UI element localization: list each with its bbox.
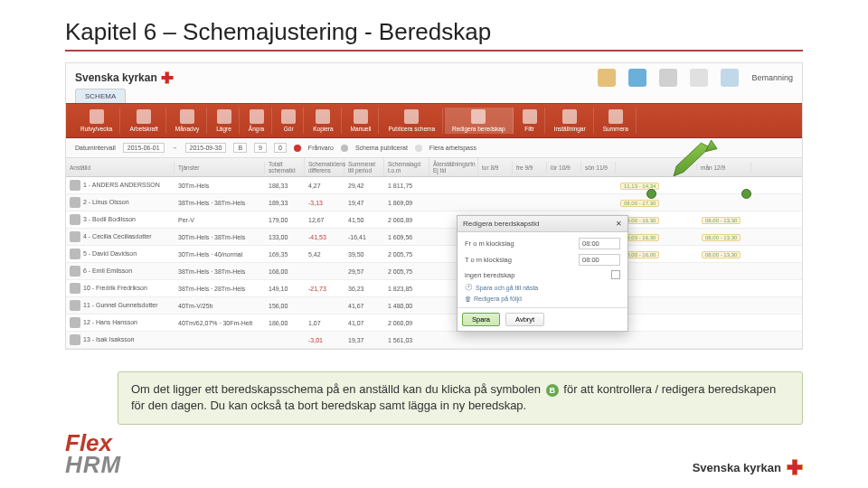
cross-icon <box>787 459 803 475</box>
dialog-title: Redigera beredskapstid <box>463 220 540 228</box>
ribbon-rutvy/vecka[interactable]: Rutvy/vecka <box>73 108 120 134</box>
home-icon[interactable] <box>598 69 616 87</box>
avatar-icon <box>70 334 80 345</box>
avatar-icon <box>70 266 80 277</box>
avatar-icon <box>70 300 80 311</box>
to-time-input[interactable]: 08:00 <box>579 254 620 266</box>
ribbon-ångra[interactable]: Ångra <box>241 108 272 134</box>
table-row[interactable]: 11 - Gunnel Gunnelsdotter40Tm-V/25h156,0… <box>66 297 802 314</box>
avatar-icon <box>70 283 80 294</box>
settings-icon[interactable] <box>721 69 739 87</box>
table-row[interactable]: 5 - David Davidson30Tm-Hels · 40/normal1… <box>66 246 802 263</box>
callout-box: Om det ligger ett beredskapsschema på en… <box>118 371 803 424</box>
date-from-input[interactable]: 2015-06-01 <box>123 143 165 153</box>
avatar-icon <box>70 180 80 191</box>
annotation-arrow-icon <box>660 140 723 176</box>
ribbon-månadvy[interactable]: Månadvy <box>168 108 207 134</box>
ribbon-inställningar[interactable]: Inställningar <box>547 108 594 134</box>
ribbon-kopiera[interactable]: Kopiera <box>306 108 341 134</box>
ribbon-filtr[interactable]: Filtr <box>515 108 545 134</box>
close-icon[interactable]: ✕ <box>616 220 622 228</box>
ribbon-lägre[interactable]: Lägre <box>209 108 240 134</box>
cancel-button[interactable]: Avbryt <box>505 313 544 326</box>
beredskap-pill-right-icon[interactable] <box>741 189 751 199</box>
ribbon-arbetskraft[interactable]: Arbetskraft <box>122 108 165 134</box>
avatar-icon <box>70 214 80 225</box>
table-row[interactable]: 12 - Hans Hansson40Tm/62,07% · 30Fm-Helt… <box>66 314 802 332</box>
table-body: 1 - ANDERS ANDERSSON30Tm-Hels188,334,272… <box>66 177 802 349</box>
dot-red-icon <box>294 145 301 152</box>
svg-marker-0 <box>674 143 710 176</box>
globe-icon[interactable] <box>628 69 646 87</box>
nav-bemanning[interactable]: Bemanning <box>751 73 793 82</box>
table-row[interactable]: 13 - Isak Isaksson-3,0119,371 561,03 <box>66 332 802 349</box>
from-time-input[interactable]: 08:00 <box>579 238 620 249</box>
header-nav: Bemanning <box>598 69 793 87</box>
link-series[interactable]: Redigera på följd <box>474 296 522 302</box>
filter-0[interactable]: 0 <box>274 143 287 153</box>
save-button[interactable]: Spara <box>462 313 500 326</box>
avatar-icon <box>70 231 80 242</box>
dot-lt-icon <box>415 145 422 152</box>
ribbon: Rutvy/veckaArbetskraftMånadvyLägreÅngraG… <box>66 103 802 138</box>
ribbon-gör[interactable]: Gör <box>274 108 304 134</box>
clock-icon: 🕐 <box>465 284 473 291</box>
cross-icon <box>161 71 174 84</box>
avatar-icon <box>70 249 80 259</box>
table-row[interactable]: 1 - ANDERS ANDERSSON30Tm-Hels188,334,272… <box>66 177 802 194</box>
edit-beredskap-dialog: Redigera beredskapstid ✕ Fr o m klocksla… <box>457 215 628 332</box>
ribbon-publicera-schema[interactable]: Publicera schema <box>381 108 443 134</box>
trash-icon: 🗑 <box>465 296 471 302</box>
ribbon-summera[interactable]: Summera <box>596 108 637 134</box>
filter-9[interactable]: 9 <box>254 143 267 153</box>
no-beredskap-checkbox[interactable] <box>611 270 620 279</box>
link-next[interactable]: Spara och gå till nästa <box>476 285 538 291</box>
avatar-icon <box>70 317 80 328</box>
flex-hrm-logo: FlexHRM <box>65 433 121 475</box>
avatar-icon <box>70 197 80 208</box>
dot-grey-icon <box>341 145 348 152</box>
table-row[interactable]: 4 - Cecilia Ceciliasdotter30Tm-Hels · 38… <box>66 229 802 246</box>
calendar-icon[interactable] <box>690 69 708 87</box>
date-to-input[interactable]: 2015-09-30 <box>185 143 227 153</box>
tab-schema[interactable]: SCHEMA <box>75 89 126 103</box>
table-row[interactable]: 2 - Linus Olsson38Tm-Hels · 38Tm-Hels189… <box>66 194 802 211</box>
table-row[interactable]: 3 - Bodil BodilssonPer-V179,0012,6741,50… <box>66 211 802 229</box>
beredskap-pill-left-icon[interactable] <box>646 189 656 199</box>
svenska-kyrkan-logo: Svenska kyrkan <box>693 459 803 475</box>
table-row[interactable]: 10 - Fredrik Fredrikson38Tm-Hels · 28Tm-… <box>66 280 802 297</box>
filter-b[interactable]: B <box>233 143 247 153</box>
ribbon-manuell[interactable]: Manuell <box>344 108 380 134</box>
app-brand: Svenska kyrkan <box>75 71 174 84</box>
list-icon[interactable] <box>659 69 677 87</box>
ribbon-redigera-beredskap[interactable]: Redigera beredskap <box>445 108 514 134</box>
filter-label: Datumintervall <box>75 145 116 151</box>
b-badge-icon: B <box>546 384 559 397</box>
page-title: Kapitel 6 – Schemajustering - Beredskap <box>65 18 803 52</box>
table-row[interactable]: 6 - Emil Emilsson38Tm-Hels · 38Tm-Hels16… <box>66 263 802 280</box>
app-screenshot: Svenska kyrkan Bemanning SCHEMA Rutvy/ve… <box>65 62 803 350</box>
